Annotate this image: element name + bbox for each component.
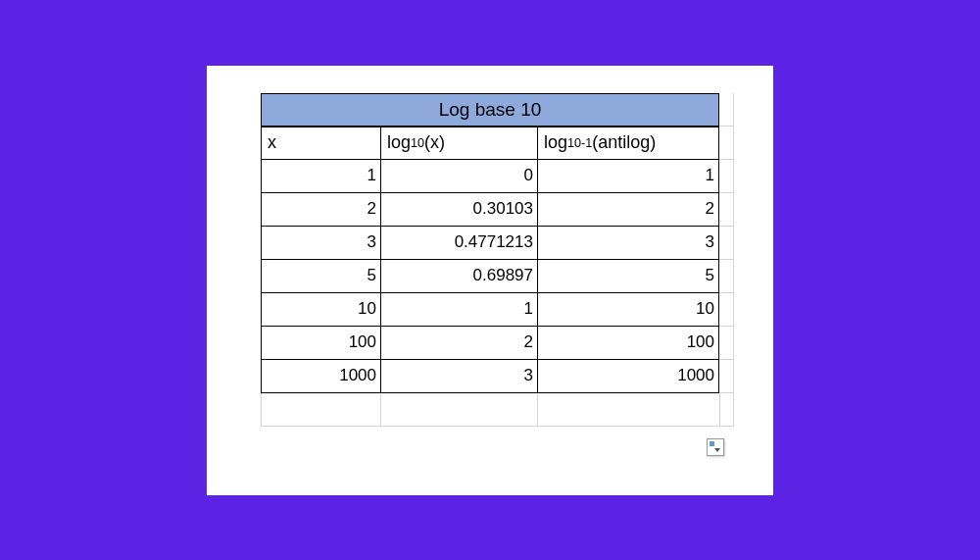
log-prefix: log (387, 132, 411, 153)
table-title[interactable]: Log base 10 (261, 93, 719, 127)
cell-x[interactable]: 2 (261, 193, 380, 227)
spreadsheet: Log base 10 x log10(x) log10-1 (antilog)… (261, 93, 734, 427)
cell-antilog[interactable]: 5 (537, 260, 719, 293)
cell-log[interactable]: 1 (380, 293, 537, 327)
column-header-x[interactable]: x (261, 127, 380, 160)
empty-cell[interactable] (261, 393, 380, 427)
empty-cell[interactable] (719, 327, 734, 360)
autofill-options-icon[interactable] (707, 438, 724, 456)
cell-x[interactable]: 3 (261, 227, 380, 260)
cell-antilog[interactable]: 3 (537, 227, 719, 260)
cell-log[interactable]: 0.69897 (380, 260, 537, 293)
log-suffix: (x) (424, 132, 445, 153)
empty-row (261, 393, 734, 427)
cell-antilog[interactable]: 100 (537, 327, 719, 360)
cell-log[interactable]: 3 (380, 360, 537, 393)
cell-x[interactable]: 1000 (261, 360, 380, 393)
cell-x[interactable]: 10 (261, 293, 380, 327)
cell-log[interactable]: 0.30103 (380, 193, 537, 227)
empty-cell[interactable] (719, 360, 734, 393)
cell-x[interactable]: 5 (261, 260, 380, 293)
column-header-log[interactable]: log10(x) (380, 127, 537, 160)
empty-cell[interactable] (537, 393, 719, 427)
empty-cell[interactable] (719, 393, 734, 427)
spreadsheet-grid: Log base 10 x log10(x) log10-1 (antilog)… (261, 93, 734, 393)
cell-antilog[interactable]: 10 (537, 293, 719, 327)
empty-cell[interactable] (719, 293, 734, 327)
cell-log[interactable]: 0.4771213 (380, 227, 537, 260)
empty-cell[interactable] (719, 260, 734, 293)
empty-cell[interactable] (380, 393, 537, 427)
antilog-suffix: (antilog) (592, 132, 656, 153)
cell-log[interactable]: 2 (380, 327, 537, 360)
antilog-prefix: log (544, 132, 567, 153)
cell-antilog[interactable]: 1 (537, 160, 719, 193)
empty-cell[interactable] (719, 127, 734, 160)
cell-x[interactable]: 1 (261, 160, 380, 193)
column-header-antilog[interactable]: log10-1 (antilog) (537, 127, 719, 160)
cell-x[interactable]: 100 (261, 327, 380, 360)
empty-cell[interactable] (719, 227, 734, 260)
spreadsheet-container: Log base 10 x log10(x) log10-1 (antilog)… (207, 66, 773, 495)
empty-cell[interactable] (719, 160, 734, 193)
empty-cell[interactable] (719, 193, 734, 227)
cell-antilog[interactable]: 2 (537, 193, 719, 227)
empty-cell[interactable] (719, 93, 734, 127)
cell-log[interactable]: 0 (380, 160, 537, 193)
cell-antilog[interactable]: 1000 (537, 360, 719, 393)
